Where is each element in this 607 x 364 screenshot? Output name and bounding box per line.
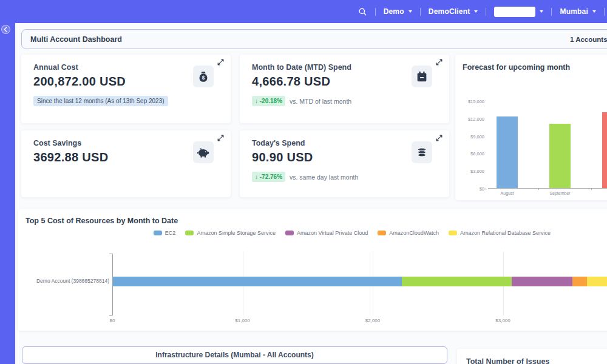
card-title: Cost Savings [33, 139, 81, 147]
bar-segment [572, 277, 587, 286]
forecast-bar [497, 116, 518, 188]
money-bag-icon: $ [197, 69, 210, 84]
card-title: Annual Cost [33, 63, 78, 72]
legend-label: Amazon Virtual Private Cloud [297, 230, 368, 236]
expand-icon[interactable] [216, 133, 225, 143]
card-title: Month to Date (MTD) Spend [252, 63, 351, 72]
legend-swatch [154, 231, 162, 235]
x-axis-tick [486, 188, 486, 190]
topbar-separator [604, 8, 605, 16]
card-title: Today's Spend [252, 139, 305, 147]
sidebar-collapse-button[interactable] [1, 25, 10, 34]
y-axis-tick-label: $0 [455, 186, 484, 192]
bar-segment [512, 277, 572, 286]
legend-swatch [449, 231, 457, 235]
region-menu-label: Mumbai [560, 7, 588, 16]
accounts-selected-label: 1 Accounts S [570, 36, 607, 43]
x-axis-tick-label: $2,000 [354, 318, 391, 323]
expand-icon[interactable] [216, 58, 225, 67]
legend-swatch [185, 231, 194, 235]
topbar-separator [375, 8, 376, 16]
legend-item[interactable]: AmazonCloudWatch [378, 230, 439, 236]
bar-segment [587, 277, 607, 286]
piggy-bank-icon [196, 146, 211, 159]
total-issues-title: Total Number of Issues [466, 357, 549, 364]
y-axis-tick-label: $3,000 [455, 169, 484, 174]
coins-icon [415, 146, 429, 159]
y-axis-tick-label: $15,000 [455, 99, 484, 104]
account-select [494, 7, 543, 17]
icon-tile: $ [193, 66, 214, 87]
democlient-menu[interactable]: DemoClient [429, 7, 478, 16]
legend-item[interactable]: Amazon Relational Database Service [449, 230, 551, 236]
legend-label: Amazon Relational Database Service [460, 230, 551, 236]
forecast-card: Forecast for upcoming month $0$3,000$6,0… [455, 55, 607, 200]
icon-tile [412, 141, 432, 163]
x-axis-tick-label: $3,000 [485, 318, 521, 323]
category-label: Demo Account (398665278814) [18, 278, 109, 284]
cost-savings-card: Cost Savings 3692.88 USD [21, 130, 231, 197]
cost-savings-value: 3692.88 USD [33, 150, 108, 164]
icon-tile [412, 66, 432, 87]
mtd-spend-card: Month to Date (MTD) Spend 4,666.78 USD ↓… [240, 55, 449, 123]
legend-item[interactable]: Amazon Simple Storage Service [185, 230, 276, 236]
mtd-compare-label: vs. MTD of last month [290, 98, 351, 105]
stacked-bar [113, 277, 607, 286]
sidebar-strip [0, 23, 15, 364]
expand-icon[interactable] [435, 133, 444, 143]
x-axis-tick-label: September [539, 191, 582, 195]
legend-swatch [285, 231, 294, 235]
delta-row: ↓ -20.18% vs. MTD of last month [252, 96, 351, 106]
search-icon[interactable] [358, 7, 367, 16]
x-axis-tick-label: $1,000 [225, 318, 261, 323]
annual-cost-value: 200,872.00 USD [33, 75, 126, 89]
dashboard-header: Multi Account Dashboard 1 Accounts S [21, 29, 607, 49]
chevron-down-icon [474, 10, 478, 13]
top5-legend: EC2Amazon Simple Storage ServiceAmazon V… [112, 230, 592, 236]
today-delta-badge: ↓ -72.76% [252, 172, 285, 182]
x-axis-tick [591, 188, 592, 190]
legend-item[interactable]: Amazon Virtual Private Cloud [285, 230, 368, 236]
bar-segment [113, 277, 402, 286]
legend-label: EC2 [165, 230, 176, 236]
y-axis-cap [109, 254, 112, 254]
y-axis-tick-label: $6,000 [455, 151, 484, 157]
bar-segment [402, 277, 512, 286]
delta-row: ↓ -72.76% vs. same day last month [252, 172, 358, 182]
today-spend-value: 90.90 USD [252, 150, 313, 164]
forecast-bar [549, 124, 571, 188]
x-axis-line [488, 188, 607, 189]
chevron-down-icon[interactable] [540, 10, 543, 13]
today-spend-card: Today's Spend 90.90 USD ↓ -72.76% vs. sa… [240, 130, 449, 197]
arrow-left-icon [3, 27, 8, 32]
x-axis-tick [538, 188, 539, 190]
mtd-spend-value: 4,666.78 USD [252, 75, 330, 89]
top5-title: Top 5 Cost of Resources by Month to Date [25, 217, 178, 225]
mtd-delta-badge: ↓ -20.18% [252, 96, 285, 106]
forecast-bar [602, 112, 607, 188]
region-menu[interactable]: Mumbai [560, 7, 596, 16]
legend-item[interactable]: EC2 [154, 230, 176, 236]
svg-text:$: $ [202, 75, 205, 81]
icon-tile [193, 141, 214, 163]
legend-label: AmazonCloudWatch [389, 230, 439, 236]
total-issues-card: Total Number of Issues [457, 349, 607, 364]
topbar: Demo DemoClient Mumbai [0, 0, 607, 23]
chevron-down-icon [409, 10, 412, 13]
demo-menu[interactable]: Demo [384, 7, 412, 16]
y-axis-tick-label: $12,000 [455, 116, 484, 121]
legend-label: Amazon Simple Storage Service [197, 230, 276, 236]
y-axis-tick-label: $9,000 [455, 133, 484, 139]
expand-icon[interactable] [435, 58, 444, 67]
infrastructure-details-button[interactable]: Infrastructure Details (Mumbai - All Acc… [22, 346, 447, 364]
topbar-separator [551, 8, 552, 16]
topbar-separator [420, 8, 421, 16]
account-select-input[interactable] [494, 7, 535, 17]
annual-cost-note: Since the last 12 months (As of 13th Sep… [33, 96, 168, 106]
top5-resources-card: Top 5 Cost of Resources by Month to Date… [18, 209, 607, 331]
legend-swatch [378, 231, 386, 235]
page-title: Multi Account Dashboard [22, 35, 122, 44]
calendar-icon [415, 70, 429, 83]
forecast-plot: $0$3,000$6,000$9,000$12,000$15,000August… [455, 55, 607, 200]
today-compare-label: vs. same day last month [290, 174, 358, 181]
